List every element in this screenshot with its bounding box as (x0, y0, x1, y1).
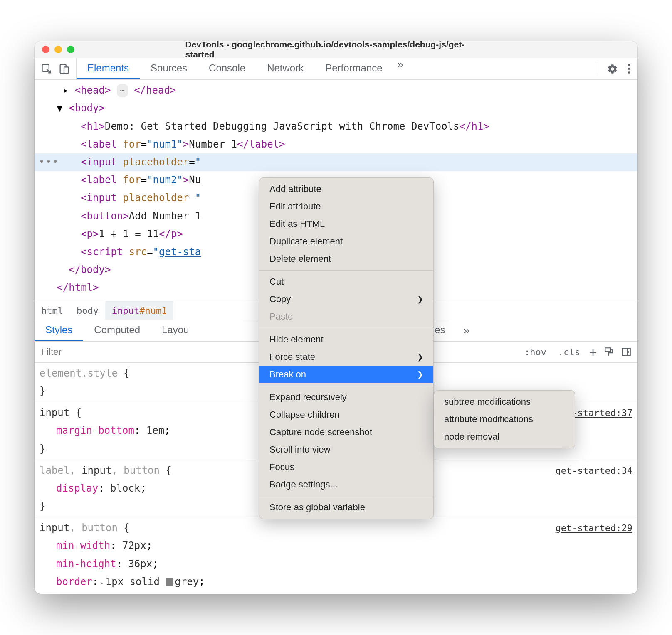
source-link[interactable]: get-started:29 (556, 520, 632, 537)
close-button[interactable] (42, 46, 49, 53)
rule-input-button[interactable]: get-started:29 input, button { min-width… (35, 517, 637, 594)
ctx-force-state[interactable]: Force state❯ (259, 348, 433, 366)
tab-elements[interactable]: Elements (77, 58, 140, 79)
ctx-duplicate-element[interactable]: Duplicate element (259, 233, 433, 250)
source-link[interactable]: get-started:34 (556, 463, 632, 479)
tab-network[interactable]: Network (256, 58, 314, 79)
chevron-right-icon: ❯ (417, 295, 423, 304)
submenu-node-removal[interactable]: node removal (434, 428, 575, 445)
filter-actions: :hov .cls + (516, 345, 637, 359)
titlebar: DevTools - googlechrome.github.io/devtoo… (35, 41, 637, 58)
ctx-scroll-into-view[interactable]: Scroll into view (259, 441, 433, 458)
color-swatch[interactable] (166, 578, 173, 586)
h1-text: Demo: Get Started Debugging JavaScript w… (105, 121, 460, 132)
toolbar-icons (40, 58, 77, 79)
dom-label1[interactable]: <label for="num1">Number 1</label> (35, 135, 637, 153)
ctx-focus[interactable]: Focus (259, 458, 433, 476)
ctx-break-on[interactable]: Break on❯ (259, 366, 433, 383)
context-submenu-break-on: subtree modifications attribute modifica… (434, 390, 575, 448)
ctx-separator (259, 328, 433, 328)
svg-rect-2 (64, 67, 69, 73)
minimize-button[interactable] (54, 46, 62, 53)
crumb-html[interactable]: html (35, 301, 70, 320)
svg-rect-4 (622, 348, 630, 355)
more-styles-tabs-icon[interactable]: » (456, 320, 477, 341)
cls-toggle[interactable]: .cls (556, 346, 583, 358)
settings-gear-icon[interactable] (607, 64, 618, 74)
ctx-cut[interactable]: Cut (259, 273, 433, 290)
ctx-separator (259, 270, 433, 271)
device-mode-icon[interactable] (57, 62, 71, 76)
tab-console[interactable]: Console (198, 58, 256, 79)
context-menu: Add attribute Edit attribute Edit as HTM… (259, 177, 434, 519)
main-tabs: Elements Sources Console Network Perform… (77, 58, 408, 79)
traffic-lights (42, 46, 74, 53)
computed-panel-icon[interactable] (621, 347, 632, 357)
ctx-separator (259, 496, 433, 496)
ctx-badge-settings[interactable]: Badge settings... (259, 476, 433, 493)
toolbar-right (591, 62, 632, 76)
tab-performance[interactable]: Performance (314, 58, 393, 79)
crumb-body[interactable]: body (70, 301, 105, 320)
hov-toggle[interactable]: :hov (522, 346, 549, 358)
svg-rect-3 (605, 348, 610, 352)
stab-styles[interactable]: Styles (35, 320, 83, 341)
ctx-add-attribute[interactable]: Add attribute (259, 180, 433, 198)
ctx-hide-element[interactable]: Hide element (259, 331, 433, 348)
dom-input-selected[interactable]: ••• <input placeholder=" (35, 153, 637, 171)
dom-h1[interactable]: <h1>Demo: Get Started Debugging JavaScri… (35, 118, 637, 135)
ctx-copy[interactable]: Copy❯ (259, 290, 433, 308)
selected-dots-icon: ••• (39, 153, 59, 171)
main-toolbar: Elements Sources Console Network Perform… (35, 58, 637, 80)
ctx-expand-recursively[interactable]: Expand recursively (259, 389, 433, 406)
submenu-attribute-modifications[interactable]: attribute modifications (434, 411, 575, 428)
kebab-menu-icon[interactable] (625, 64, 632, 74)
chevron-right-icon: ❯ (417, 370, 423, 379)
ctx-edit-attribute[interactable]: Edit attribute (259, 198, 433, 215)
devtools-window: DevTools - googlechrome.github.io/devtoo… (35, 41, 637, 594)
dom-body-open[interactable]: ▼ <body> (35, 99, 637, 117)
crumb-input[interactable]: input#num1 (105, 301, 173, 320)
ctx-delete-element[interactable]: Delete element (259, 250, 433, 268)
ctx-store-global[interactable]: Store as global variable (259, 499, 433, 516)
paint-icon[interactable] (603, 347, 614, 357)
ctx-capture-screenshot[interactable]: Capture node screenshot (259, 423, 433, 441)
stab-layout[interactable]: Layou (151, 320, 200, 341)
tab-sources[interactable]: Sources (140, 58, 198, 79)
window-title: DevTools - googlechrome.github.io/devtoo… (185, 41, 487, 59)
submenu-subtree-modifications[interactable]: subtree modifications (434, 393, 575, 411)
ctx-edit-as-html[interactable]: Edit as HTML (259, 215, 433, 233)
more-tabs-icon[interactable]: » (393, 58, 408, 79)
dom-head[interactable]: ▸ <head> ⋯ </head> (35, 81, 637, 99)
new-style-rule-icon[interactable]: + (589, 345, 597, 359)
zoom-button[interactable] (67, 46, 74, 53)
divider (597, 62, 597, 76)
ctx-collapse-children[interactable]: Collapse children (259, 406, 433, 423)
inspect-element-icon[interactable] (40, 62, 54, 76)
stab-computed[interactable]: Computed (83, 320, 151, 341)
ctx-separator (259, 386, 433, 386)
chevron-right-icon: ❯ (417, 352, 423, 362)
ctx-paste: Paste (259, 308, 433, 325)
